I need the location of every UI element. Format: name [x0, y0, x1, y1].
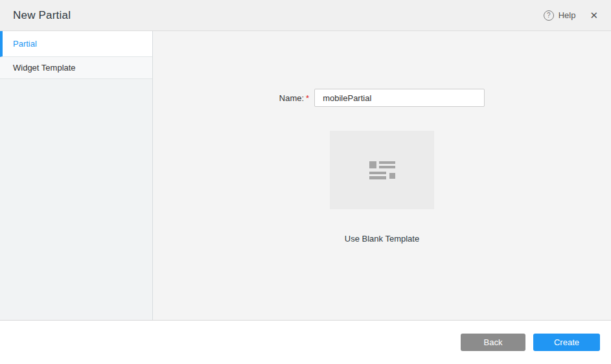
sidebar-item-label: Widget Template [13, 63, 76, 73]
name-input[interactable] [314, 89, 485, 107]
help-button[interactable]: ? Help [544, 10, 576, 21]
header-actions: ? Help ✕ [544, 9, 599, 21]
dialog-footer: Back Create [0, 320, 611, 364]
sidebar-item-partial[interactable]: Partial [0, 31, 152, 57]
help-label: Help [559, 10, 576, 20]
blank-template-tile[interactable] [330, 131, 434, 209]
create-button[interactable]: Create [533, 334, 600, 351]
main-panel: Name: * Use Blank Template [153, 31, 611, 320]
name-label: Name: [279, 93, 304, 103]
new-partial-dialog: New Partial ? Help ✕ Partial Widget Temp… [0, 0, 611, 364]
dialog-header: New Partial ? Help ✕ [0, 0, 611, 31]
sidebar: Partial Widget Template [0, 31, 153, 320]
article-icon [369, 161, 395, 179]
back-button[interactable]: Back [461, 334, 525, 351]
dialog-title: New Partial [13, 9, 71, 22]
use-blank-template-label[interactable]: Use Blank Template [345, 234, 419, 244]
close-icon[interactable]: ✕ [588, 9, 599, 21]
sidebar-item-label: Partial [13, 39, 37, 49]
required-asterisk: * [306, 93, 309, 103]
help-icon: ? [544, 10, 554, 21]
dialog-body: Partial Widget Template Name: * [0, 31, 611, 320]
name-field-row: Name: * [279, 89, 485, 107]
sidebar-item-widget-template[interactable]: Widget Template [0, 57, 152, 79]
